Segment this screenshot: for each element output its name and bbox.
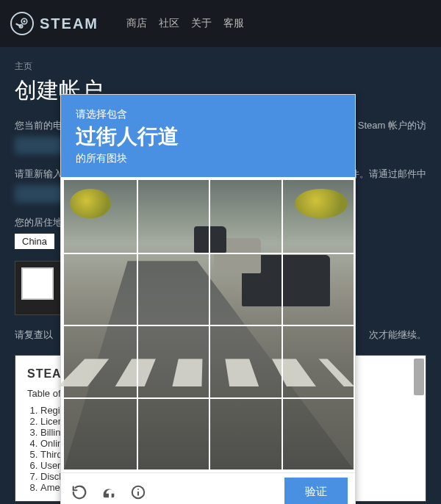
captcha-header: 请选择包含 过街人行道 的所有图块 (61, 95, 355, 177)
breadcrumb[interactable]: 主页 (15, 60, 426, 73)
reemail-label-text: 请重新输入 (15, 168, 62, 179)
review-text-left: 请复查以 (15, 329, 53, 340)
captcha-footer: 验证 (61, 472, 355, 504)
scrollbar-thumb[interactable] (414, 359, 424, 395)
svg-point-5 (137, 488, 139, 489)
captcha-tile-1-2[interactable] (137, 180, 209, 253)
captcha-image-grid (64, 180, 354, 469)
country-select[interactable]: China (15, 234, 54, 249)
captcha-tile-4-4[interactable] (282, 397, 354, 470)
brand-text: STEAM (40, 15, 98, 32)
steam-logo-icon (10, 12, 34, 35)
nav-about[interactable]: 关于 (191, 17, 212, 30)
nav-community[interactable]: 社区 (159, 17, 179, 30)
captcha-target: 过街人行道 (76, 123, 340, 151)
captcha-tile-2-2[interactable] (137, 253, 209, 325)
nav-support[interactable]: 客服 (223, 17, 244, 30)
nav-store[interactable]: 商店 (126, 17, 147, 30)
captcha-tile-3-2[interactable] (137, 325, 209, 397)
captcha-tile-3-4[interactable] (282, 325, 354, 397)
captcha-tile-4-2[interactable] (137, 397, 209, 470)
main-nav: 商店 社区 关于 客服 (126, 17, 244, 30)
info-icon[interactable] (127, 481, 149, 503)
recaptcha-checkbox[interactable] (21, 267, 54, 300)
captcha-tile-4-3[interactable] (209, 397, 282, 470)
captcha-tile-1-1[interactable] (64, 180, 137, 253)
captcha-tile-2-1[interactable] (64, 253, 137, 325)
verify-button[interactable]: 验证 (284, 478, 348, 504)
svg-point-1 (24, 21, 26, 23)
captcha-instruction-2: 的所有图块 (76, 152, 340, 165)
captcha-tile-2-4[interactable] (282, 253, 354, 325)
captcha-tile-3-3[interactable] (209, 325, 282, 397)
app-header: STEAM 商店 社区 关于 客服 (0, 0, 441, 47)
captcha-tile-2-3[interactable] (209, 253, 282, 325)
steam-logo[interactable]: STEAM (10, 12, 98, 35)
review-text-right: 次才能继续。 (369, 328, 426, 342)
captcha-tile-4-1[interactable] (64, 397, 137, 470)
captcha-challenge: 请选择包含 过街人行道 的所有图块 (60, 94, 356, 504)
captcha-instruction-1: 请选择包含 (76, 108, 340, 121)
audio-icon[interactable] (98, 481, 120, 503)
captcha-tile-1-4[interactable] (282, 180, 354, 253)
captcha-tile-1-3[interactable] (209, 180, 282, 253)
refresh-icon[interactable] (68, 481, 90, 503)
email-label-text: 您当前的电 (15, 120, 62, 131)
captcha-tile-3-1[interactable] (64, 325, 137, 397)
